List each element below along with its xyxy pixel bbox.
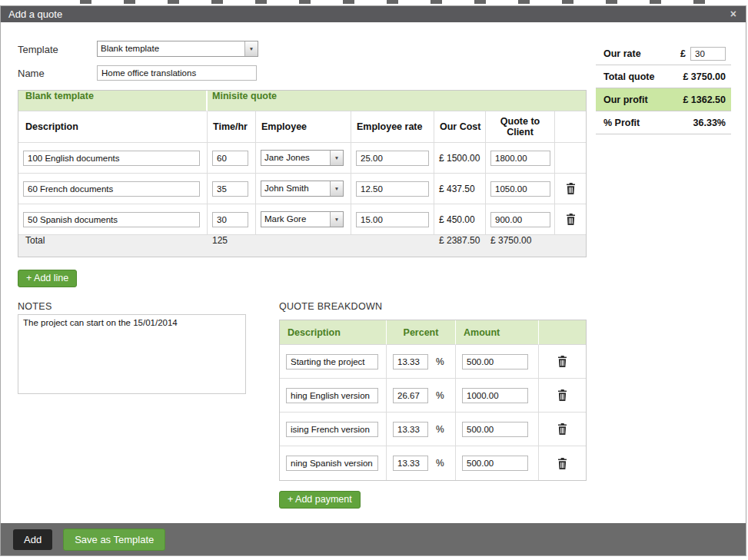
- employee-select-value: Mark Gore: [261, 212, 330, 227]
- delete-payment-button[interactable]: [556, 456, 569, 471]
- our-rate-input[interactable]: [690, 47, 726, 61]
- our-rate-row: Our rate £: [596, 42, 731, 65]
- total-quote-row: Total quote £ 3750.00: [596, 65, 731, 88]
- percent-profit-row: % Profit 36.33%: [596, 111, 731, 134]
- employee-select[interactable]: Mark Gore ▼: [261, 211, 344, 227]
- breakdown-row: [280, 379, 387, 413]
- our-cost-value: £ 450.00: [434, 204, 486, 235]
- delete-row-button[interactable]: [564, 212, 577, 227]
- total-cost: £ 2387.50: [434, 235, 486, 257]
- chevron-down-icon: ▼: [330, 151, 343, 165]
- time-input[interactable]: [212, 181, 248, 197]
- employee-select[interactable]: John Smith ▼: [261, 181, 344, 197]
- our-rate-label: Our rate: [603, 48, 641, 59]
- employee-rate-input[interactable]: [356, 212, 429, 227]
- percent-sign: %: [436, 390, 444, 401]
- percent-profit-value: 36.33%: [693, 118, 726, 128]
- amount-input[interactable]: [462, 456, 528, 471]
- total-quote-value: £ 3750.00: [683, 71, 726, 82]
- template-select[interactable]: Blank template ▼: [97, 41, 258, 57]
- add-payment-button[interactable]: + Add payment: [279, 491, 361, 509]
- chevron-down-icon: ▼: [330, 181, 343, 196]
- breakdown-table: Description Percent Amount %: [279, 320, 587, 481]
- employee-select[interactable]: Jane Jones ▼: [261, 150, 344, 166]
- close-icon[interactable]: ×: [730, 6, 736, 22]
- quote-to-client-input[interactable]: [490, 181, 550, 197]
- tab-blank-template[interactable]: Blank template: [18, 91, 208, 111]
- description-input[interactable]: [23, 212, 200, 227]
- col-description: Description: [280, 320, 387, 345]
- row-actions: [555, 143, 586, 174]
- total-quote-label: Total quote: [603, 71, 654, 82]
- template-label: Template: [18, 44, 58, 55]
- total-label: Total: [18, 235, 208, 257]
- total-time: 125: [208, 235, 256, 257]
- delete-payment-button[interactable]: [556, 354, 569, 369]
- tab-minisite-quote[interactable]: Minisite quote: [208, 91, 586, 111]
- modal-header: Add a quote ×: [1, 6, 746, 22]
- percent-sign: %: [436, 458, 444, 469]
- trash-icon: [566, 214, 576, 225]
- col-description: Description: [18, 111, 208, 143]
- table-row: [18, 204, 208, 235]
- our-profit-label: Our profit: [603, 94, 648, 105]
- percent-input[interactable]: [393, 456, 428, 471]
- quote-to-client-input[interactable]: [490, 151, 550, 166]
- description-input[interactable]: [23, 181, 200, 197]
- delete-row-button[interactable]: [564, 181, 577, 196]
- amount-input[interactable]: [462, 354, 528, 369]
- breakdown-description-input[interactable]: [286, 388, 378, 403]
- quote-to-client-input[interactable]: [490, 212, 550, 227]
- breakdown-row: [280, 345, 387, 379]
- time-input[interactable]: [212, 151, 248, 166]
- col-quote-to-client: Quote to Client: [486, 111, 555, 143]
- breakdown-row: [280, 413, 387, 446]
- save-as-template-button[interactable]: Save as Template: [63, 529, 165, 551]
- breakdown-heading: QUOTE BREAKDOWN: [279, 301, 382, 312]
- our-cost-value: £ 1500.00: [434, 143, 486, 174]
- percent-input[interactable]: [393, 354, 428, 369]
- amount-input[interactable]: [462, 422, 528, 437]
- percent-sign: %: [436, 356, 444, 367]
- trash-icon: [557, 356, 567, 367]
- total-quote: £ 3750.00: [486, 235, 555, 257]
- delete-payment-button[interactable]: [556, 388, 569, 403]
- breakdown-description-input[interactable]: [286, 354, 378, 369]
- col-employee: Employee: [256, 111, 351, 143]
- employee-rate-input[interactable]: [356, 151, 429, 166]
- name-input[interactable]: [97, 65, 257, 81]
- currency-symbol: £: [680, 48, 686, 59]
- add-quote-modal: Add a quote × Template Blank template ▼ …: [0, 5, 746, 556]
- col-employee-rate: Employee rate: [351, 111, 434, 143]
- notes-textarea[interactable]: The project can start on the 15/01/2014: [18, 314, 246, 394]
- chevron-down-icon: ▼: [330, 212, 343, 227]
- add-button[interactable]: Add: [13, 529, 52, 550]
- col-actions: [555, 111, 586, 143]
- our-profit-row: Our profit £ 1362.50: [596, 88, 731, 111]
- col-percent: Percent: [387, 320, 456, 345]
- breakdown-description-input[interactable]: [286, 422, 378, 437]
- employee-select-value: John Smith: [261, 181, 330, 196]
- col-amount: Amount: [456, 320, 539, 345]
- percent-input[interactable]: [393, 422, 428, 437]
- our-profit-value: £ 1362.50: [683, 94, 726, 105]
- employee-select-value: Jane Jones: [261, 151, 330, 165]
- description-input[interactable]: [23, 151, 200, 166]
- percent-profit-label: % Profit: [603, 118, 640, 128]
- trash-icon: [557, 389, 567, 401]
- summary-panel: Our rate £ Total quote £ 3750.00 Our pro…: [596, 42, 731, 134]
- col-actions: [539, 320, 586, 345]
- table-row: [18, 174, 208, 204]
- percent-input[interactable]: [393, 388, 428, 403]
- employee-rate-input[interactable]: [356, 181, 429, 197]
- amount-input[interactable]: [462, 388, 528, 403]
- our-cost-value: £ 437.50: [434, 174, 486, 204]
- breakdown-description-input[interactable]: [286, 456, 378, 471]
- notes-heading: NOTES: [18, 301, 52, 312]
- name-label: Name: [18, 68, 45, 79]
- add-line-button[interactable]: + Add line: [18, 270, 77, 287]
- trash-icon: [557, 458, 567, 469]
- breakdown-row: [280, 446, 387, 480]
- time-input[interactable]: [212, 212, 248, 227]
- delete-payment-button[interactable]: [556, 422, 569, 436]
